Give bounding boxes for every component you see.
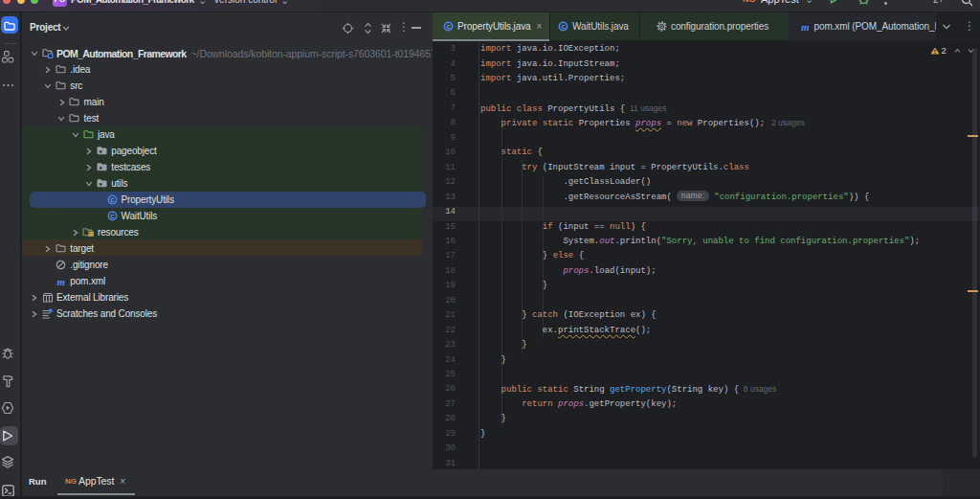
svg-text:C: C	[110, 214, 115, 219]
svg-text:C: C	[110, 197, 115, 203]
